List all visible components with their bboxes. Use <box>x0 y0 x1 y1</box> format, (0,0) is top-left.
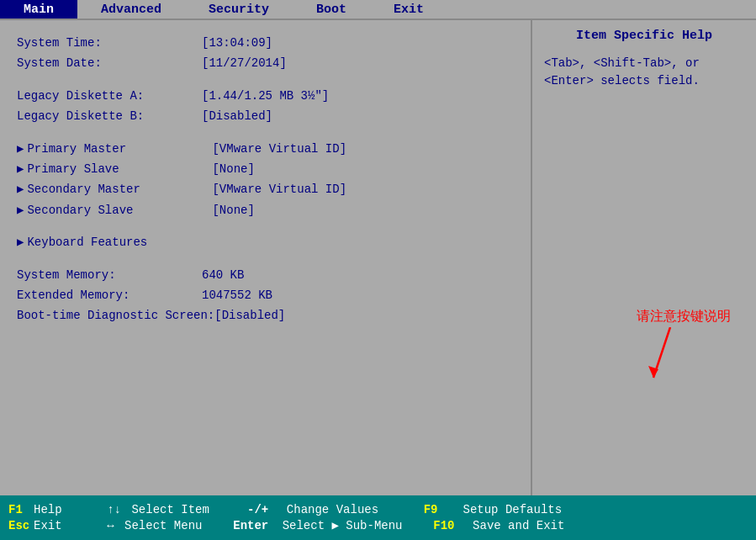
menu-item-security[interactable]: Security <box>185 0 293 19</box>
primary-master-row[interactable]: ▶ Primary Master [VMware Virtual ID] <box>17 140 514 158</box>
secondary-master-value: [VMware Virtual ID] <box>212 180 346 199</box>
menu-bar: Main Advanced Security Boot Exit <box>0 0 756 20</box>
system-time-value[interactable]: [13:04:09] <box>202 34 272 52</box>
secondary-slave-row[interactable]: ▶ Secondary Slave [None] <box>17 201 514 220</box>
primary-slave-value: [None] <box>212 160 254 178</box>
system-date-row: System Date: [11/27/2014] <box>17 54 514 72</box>
legacy-diskette-a-value[interactable]: [1.44/1.25 MB 3½"] <box>202 87 329 105</box>
menu-item-exit[interactable]: Exit <box>370 0 447 19</box>
system-date-label: System Date: <box>17 54 202 72</box>
right-panel: Item Specific Help <Tab>, <Shift-Tab>, o… <box>531 20 756 495</box>
arrow-icon-keyboard: ▶ <box>17 233 24 251</box>
arrow-updown: ↑↓ <box>107 503 121 516</box>
desc-change-values: Change Values <box>272 503 407 516</box>
legacy-diskette-a-row: Legacy Diskette A: [1.44/1.25 MB 3½"] <box>17 87 514 105</box>
status-row-2: Esc Exit ↔ Select Menu Enter Select ▶ Su… <box>8 518 748 532</box>
arrow-icon-primary-master: ▶ <box>17 140 24 158</box>
system-time-row: System Time: [13:04:09] <box>17 34 514 52</box>
arrow-icon-primary-slave: ▶ <box>17 160 24 178</box>
arrow-leftright: ↔ <box>107 519 114 532</box>
system-memory-row: System Memory: 640 KB <box>17 266 514 284</box>
sep-minus-plus: -/+ <box>247 503 272 516</box>
desc-exit: Exit <box>34 519 90 532</box>
sep-enter: Enter <box>233 519 275 532</box>
system-memory-label: System Memory: <box>17 266 202 284</box>
legacy-diskette-a-label: Legacy Diskette A: <box>17 87 202 105</box>
system-date-value[interactable]: [11/27/2014] <box>202 54 287 72</box>
legacy-diskette-b-row: Legacy Diskette B: [Disabled] <box>17 107 514 125</box>
primary-slave-row[interactable]: ▶ Primary Slave [None] <box>17 160 514 178</box>
help-title: Item Specific Help <box>544 29 744 43</box>
secondary-slave-value: [None] <box>212 201 254 220</box>
system-memory-value: 640 KB <box>202 266 244 284</box>
chinese-annotation: 请注意按键说明 <box>637 308 731 394</box>
menu-item-main[interactable]: Main <box>0 0 77 19</box>
arrow-icon-secondary-slave: ▶ <box>17 201 24 220</box>
system-time-label: System Time: <box>17 34 202 52</box>
chinese-text: 请注意按键说明 <box>637 309 731 323</box>
desc-save-exit: Save and Exit <box>458 519 564 532</box>
boot-diagnostic-value[interactable]: [Disabled] <box>214 306 285 325</box>
menu-item-advanced[interactable]: Advanced <box>77 0 185 19</box>
status-bar: F1 Help ↑↓ Select Item -/+ Change Values… <box>0 495 756 540</box>
help-text: <Tab>, <Shift-Tab>, or<Enter> selects fi… <box>544 55 744 90</box>
extended-memory-value: 1047552 KB <box>202 286 272 304</box>
primary-master-label: Primary Master <box>27 140 212 158</box>
key-f1: F1 <box>8 503 34 516</box>
key-f9: F9 <box>424 503 449 516</box>
keyboard-features-label: Keyboard Features <box>27 233 212 251</box>
key-f10: F10 <box>433 519 458 532</box>
annotation-arrow <box>645 327 695 394</box>
content-area: System Time: [13:04:09] System Date: [11… <box>0 20 756 495</box>
legacy-diskette-b-value[interactable]: [Disabled] <box>202 107 272 125</box>
extended-memory-label: Extended Memory: <box>17 286 202 304</box>
keyboard-features-row[interactable]: ▶ Keyboard Features <box>17 233 514 251</box>
desc-select-menu: Select Menu <box>118 519 217 532</box>
secondary-master-label: Secondary Master <box>27 180 212 199</box>
extended-memory-row: Extended Memory: 1047552 KB <box>17 286 514 304</box>
boot-diagnostic-label: Boot-time Diagnostic Screen: <box>17 306 214 325</box>
boot-diagnostic-row: Boot-time Diagnostic Screen: [Disabled] <box>17 306 514 325</box>
status-row-1: F1 Help ↑↓ Select Item -/+ Change Values… <box>8 503 748 516</box>
desc-setup-defaults: Setup Defaults <box>449 503 562 516</box>
desc-select-submenu: Select ▶ Sub-Menu <box>275 518 416 532</box>
desc-help: Help <box>34 503 90 516</box>
menu-item-boot[interactable]: Boot <box>293 0 370 19</box>
desc-select-item: Select Item <box>124 503 230 516</box>
legacy-diskette-b-label: Legacy Diskette B: <box>17 107 202 125</box>
left-panel: System Time: [13:04:09] System Date: [11… <box>0 20 531 495</box>
primary-slave-label: Primary Slave <box>27 160 212 178</box>
secondary-master-row[interactable]: ▶ Secondary Master [VMware Virtual ID] <box>17 180 514 199</box>
key-esc: Esc <box>8 519 34 532</box>
secondary-slave-label: Secondary Slave <box>27 201 212 220</box>
primary-master-value: [VMware Virtual ID] <box>212 140 346 158</box>
arrow-icon-secondary-master: ▶ <box>17 180 24 199</box>
